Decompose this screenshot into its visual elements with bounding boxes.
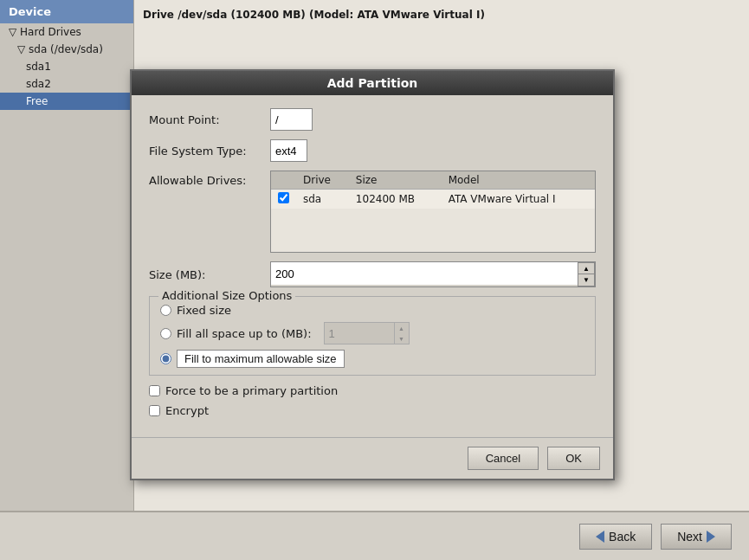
mount-point-label: Mount Point: [149,113,270,126]
filesystem-label: File System Type: [149,145,270,158]
encrypt-row: Encrypt [149,404,596,417]
sidebar-item-free[interactable]: Free [0,93,133,110]
force-primary-label: Force to be a primary partition [165,384,338,397]
drive-sda-checkbox[interactable] [278,192,289,203]
col-drive: Drive [296,171,349,190]
size-input[interactable] [271,262,578,285]
additional-size-options: Additional Size Options Fixed size Fill … [149,296,596,376]
table-row: sda 102400 MB ATA VMware Virtual I [271,190,595,209]
mount-point-select-wrapper: / /boot /home swap [270,108,596,131]
allowable-drives-label: Allowable Drives: [149,171,270,253]
fill-up-to-radio[interactable] [160,328,171,339]
fixed-size-row: Fixed size [160,304,584,317]
drive-checkbox-cell[interactable] [271,190,296,209]
filesystem-select[interactable]: ext4 ext3 ext2 xfs swap [270,139,307,162]
sidebar-item-sda2[interactable]: sda2 [0,75,133,93]
dialog-buttons: Cancel OK [132,437,613,479]
size-spinner: ▲ ▼ [578,262,595,286]
fill-max-radio[interactable] [160,353,171,364]
drive-size: 102400 MB [349,190,442,209]
bottom-bar: Back Next [0,511,749,560]
sidebar-item-hard-drives[interactable]: ▽ Hard Drives [0,23,133,41]
filesystem-select-wrapper: ext4 ext3 ext2 xfs swap [270,139,596,162]
back-button[interactable]: Back [579,524,652,550]
add-partition-dialog: Add Partition Mount Point: / /boot /home… [130,69,615,480]
dialog-title: Add Partition [132,71,613,95]
force-primary-checkbox[interactable] [149,385,160,396]
size-label: Size (MB): [149,268,270,281]
size-decrement[interactable]: ▼ [578,274,594,286]
cancel-button[interactable]: Cancel [468,447,539,470]
next-label: Next [677,530,702,544]
fill-up-to-label: Fill all space up to (MB): [177,327,312,340]
drive-model: ATA VMware Virtual I [442,190,595,209]
fixed-size-radio[interactable] [160,305,171,316]
options-legend: Additional Size Options [158,289,295,302]
mount-point-select[interactable]: / /boot /home swap [270,108,313,131]
back-label: Back [609,530,636,544]
dialog-body: Mount Point: / /boot /home swap File Sys… [132,95,613,437]
sidebar-item-sda1[interactable]: sda1 [0,58,133,75]
encrypt-checkbox[interactable] [149,405,160,416]
next-arrow-icon [707,531,715,543]
allowable-drives-row: Allowable Drives: Drive Size Model [149,171,596,253]
fill-max-row: Fill to maximum allowable size [160,350,584,368]
force-primary-row: Force to be a primary partition [149,384,596,397]
filesystem-row: File System Type: ext4 ext3 ext2 xfs swa… [149,139,596,162]
back-arrow-icon [596,531,604,543]
col-model: Model [442,171,595,190]
col-size: Size [349,171,442,190]
sidebar-item-sda[interactable]: ▽ sda (/dev/sda) [0,41,133,58]
col-check [271,171,296,190]
fill-max-button[interactable]: Fill to maximum allowable size [177,350,345,368]
sidebar: Device ▽ Hard Drives ▽ sda (/dev/sda) sd… [0,0,134,511]
drive-info-label: Drive /dev/sda (102400 MB) (Model: ATA V… [143,9,740,21]
fill-up-to-decrement: ▼ [395,333,409,344]
size-row: Size (MB): ▲ ▼ [149,261,596,287]
fixed-size-label: Fixed size [177,304,231,317]
sidebar-header: Device [0,0,133,23]
fill-up-to-row: Fill all space up to (MB): ▲ ▼ [160,322,584,344]
size-increment[interactable]: ▲ [578,263,594,274]
ok-button[interactable]: OK [547,447,600,470]
next-button[interactable]: Next [661,524,732,550]
encrypt-label: Encrypt [165,404,209,417]
fill-up-to-input [325,323,394,344]
drive-name: sda [296,190,349,209]
mount-point-row: Mount Point: / /boot /home swap [149,108,596,131]
drives-table: Drive Size Model sda 102400 MB ATA [271,171,595,252]
fill-up-to-increment: ▲ [395,323,409,333]
